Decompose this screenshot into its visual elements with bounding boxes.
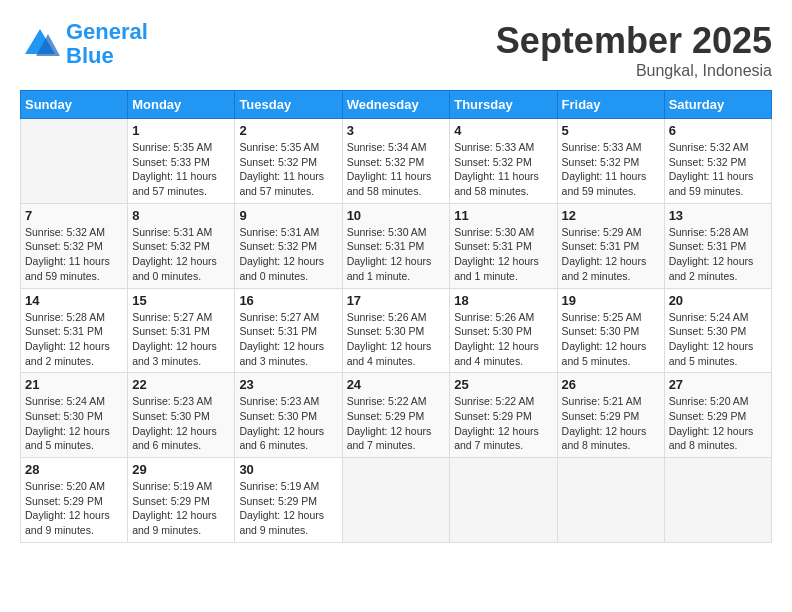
month-title: September 2025 — [496, 20, 772, 62]
calendar-cell: 16Sunrise: 5:27 AM Sunset: 5:31 PM Dayli… — [235, 288, 342, 373]
day-number: 7 — [25, 208, 123, 223]
calendar-cell: 7Sunrise: 5:32 AM Sunset: 5:32 PM Daylig… — [21, 203, 128, 288]
calendar-cell: 13Sunrise: 5:28 AM Sunset: 5:31 PM Dayli… — [664, 203, 771, 288]
title-block: September 2025 Bungkal, Indonesia — [496, 20, 772, 80]
logo-blue: Blue — [66, 43, 114, 68]
day-number: 6 — [669, 123, 767, 138]
day-number: 22 — [132, 377, 230, 392]
calendar-cell — [664, 458, 771, 543]
calendar-cell: 26Sunrise: 5:21 AM Sunset: 5:29 PM Dayli… — [557, 373, 664, 458]
header-sunday: Sunday — [21, 91, 128, 119]
day-number: 18 — [454, 293, 552, 308]
day-number: 14 — [25, 293, 123, 308]
page-header: General Blue September 2025 Bungkal, Ind… — [20, 20, 772, 80]
day-number: 8 — [132, 208, 230, 223]
day-number: 16 — [239, 293, 337, 308]
calendar-week-row: 14Sunrise: 5:28 AM Sunset: 5:31 PM Dayli… — [21, 288, 772, 373]
day-number: 26 — [562, 377, 660, 392]
day-info: Sunrise: 5:20 AM Sunset: 5:29 PM Dayligh… — [669, 394, 767, 453]
calendar-cell: 11Sunrise: 5:30 AM Sunset: 5:31 PM Dayli… — [450, 203, 557, 288]
header-monday: Monday — [128, 91, 235, 119]
calendar-table: SundayMondayTuesdayWednesdayThursdayFrid… — [20, 90, 772, 543]
day-number: 9 — [239, 208, 337, 223]
calendar-cell: 5Sunrise: 5:33 AM Sunset: 5:32 PM Daylig… — [557, 119, 664, 204]
calendar-cell: 2Sunrise: 5:35 AM Sunset: 5:32 PM Daylig… — [235, 119, 342, 204]
day-info: Sunrise: 5:20 AM Sunset: 5:29 PM Dayligh… — [25, 479, 123, 538]
location-subtitle: Bungkal, Indonesia — [496, 62, 772, 80]
calendar-cell: 8Sunrise: 5:31 AM Sunset: 5:32 PM Daylig… — [128, 203, 235, 288]
day-info: Sunrise: 5:19 AM Sunset: 5:29 PM Dayligh… — [239, 479, 337, 538]
day-number: 1 — [132, 123, 230, 138]
calendar-cell: 21Sunrise: 5:24 AM Sunset: 5:30 PM Dayli… — [21, 373, 128, 458]
logo: General Blue — [20, 20, 148, 68]
day-info: Sunrise: 5:24 AM Sunset: 5:30 PM Dayligh… — [25, 394, 123, 453]
day-info: Sunrise: 5:24 AM Sunset: 5:30 PM Dayligh… — [669, 310, 767, 369]
calendar-cell: 1Sunrise: 5:35 AM Sunset: 5:33 PM Daylig… — [128, 119, 235, 204]
day-info: Sunrise: 5:26 AM Sunset: 5:30 PM Dayligh… — [347, 310, 446, 369]
logo-text: General Blue — [66, 20, 148, 68]
day-info: Sunrise: 5:26 AM Sunset: 5:30 PM Dayligh… — [454, 310, 552, 369]
day-number: 12 — [562, 208, 660, 223]
calendar-cell: 15Sunrise: 5:27 AM Sunset: 5:31 PM Dayli… — [128, 288, 235, 373]
day-info: Sunrise: 5:19 AM Sunset: 5:29 PM Dayligh… — [132, 479, 230, 538]
calendar-header-row: SundayMondayTuesdayWednesdayThursdayFrid… — [21, 91, 772, 119]
day-number: 21 — [25, 377, 123, 392]
calendar-cell: 18Sunrise: 5:26 AM Sunset: 5:30 PM Dayli… — [450, 288, 557, 373]
calendar-week-row: 28Sunrise: 5:20 AM Sunset: 5:29 PM Dayli… — [21, 458, 772, 543]
calendar-cell: 29Sunrise: 5:19 AM Sunset: 5:29 PM Dayli… — [128, 458, 235, 543]
day-number: 5 — [562, 123, 660, 138]
day-number: 2 — [239, 123, 337, 138]
day-info: Sunrise: 5:28 AM Sunset: 5:31 PM Dayligh… — [25, 310, 123, 369]
day-info: Sunrise: 5:31 AM Sunset: 5:32 PM Dayligh… — [132, 225, 230, 284]
day-info: Sunrise: 5:27 AM Sunset: 5:31 PM Dayligh… — [239, 310, 337, 369]
day-info: Sunrise: 5:22 AM Sunset: 5:29 PM Dayligh… — [454, 394, 552, 453]
day-info: Sunrise: 5:32 AM Sunset: 5:32 PM Dayligh… — [25, 225, 123, 284]
calendar-cell: 12Sunrise: 5:29 AM Sunset: 5:31 PM Dayli… — [557, 203, 664, 288]
calendar-cell: 19Sunrise: 5:25 AM Sunset: 5:30 PM Dayli… — [557, 288, 664, 373]
day-number: 24 — [347, 377, 446, 392]
day-info: Sunrise: 5:28 AM Sunset: 5:31 PM Dayligh… — [669, 225, 767, 284]
calendar-cell — [450, 458, 557, 543]
day-number: 23 — [239, 377, 337, 392]
calendar-cell: 25Sunrise: 5:22 AM Sunset: 5:29 PM Dayli… — [450, 373, 557, 458]
header-wednesday: Wednesday — [342, 91, 450, 119]
day-number: 10 — [347, 208, 446, 223]
calendar-cell: 22Sunrise: 5:23 AM Sunset: 5:30 PM Dayli… — [128, 373, 235, 458]
calendar-cell: 3Sunrise: 5:34 AM Sunset: 5:32 PM Daylig… — [342, 119, 450, 204]
day-number: 15 — [132, 293, 230, 308]
day-info: Sunrise: 5:33 AM Sunset: 5:32 PM Dayligh… — [562, 140, 660, 199]
calendar-cell: 10Sunrise: 5:30 AM Sunset: 5:31 PM Dayli… — [342, 203, 450, 288]
calendar-cell: 24Sunrise: 5:22 AM Sunset: 5:29 PM Dayli… — [342, 373, 450, 458]
header-thursday: Thursday — [450, 91, 557, 119]
day-number: 28 — [25, 462, 123, 477]
day-info: Sunrise: 5:33 AM Sunset: 5:32 PM Dayligh… — [454, 140, 552, 199]
day-info: Sunrise: 5:30 AM Sunset: 5:31 PM Dayligh… — [454, 225, 552, 284]
calendar-cell: 27Sunrise: 5:20 AM Sunset: 5:29 PM Dayli… — [664, 373, 771, 458]
calendar-week-row: 1Sunrise: 5:35 AM Sunset: 5:33 PM Daylig… — [21, 119, 772, 204]
calendar-week-row: 7Sunrise: 5:32 AM Sunset: 5:32 PM Daylig… — [21, 203, 772, 288]
calendar-cell: 9Sunrise: 5:31 AM Sunset: 5:32 PM Daylig… — [235, 203, 342, 288]
calendar-cell: 28Sunrise: 5:20 AM Sunset: 5:29 PM Dayli… — [21, 458, 128, 543]
day-info: Sunrise: 5:21 AM Sunset: 5:29 PM Dayligh… — [562, 394, 660, 453]
header-tuesday: Tuesday — [235, 91, 342, 119]
header-friday: Friday — [557, 91, 664, 119]
day-number: 11 — [454, 208, 552, 223]
day-number: 27 — [669, 377, 767, 392]
calendar-cell: 6Sunrise: 5:32 AM Sunset: 5:32 PM Daylig… — [664, 119, 771, 204]
calendar-cell: 30Sunrise: 5:19 AM Sunset: 5:29 PM Dayli… — [235, 458, 342, 543]
day-number: 13 — [669, 208, 767, 223]
day-number: 20 — [669, 293, 767, 308]
day-info: Sunrise: 5:23 AM Sunset: 5:30 PM Dayligh… — [239, 394, 337, 453]
logo-general: General — [66, 19, 148, 44]
day-info: Sunrise: 5:23 AM Sunset: 5:30 PM Dayligh… — [132, 394, 230, 453]
calendar-cell: 4Sunrise: 5:33 AM Sunset: 5:32 PM Daylig… — [450, 119, 557, 204]
day-number: 30 — [239, 462, 337, 477]
day-number: 25 — [454, 377, 552, 392]
day-number: 19 — [562, 293, 660, 308]
day-info: Sunrise: 5:30 AM Sunset: 5:31 PM Dayligh… — [347, 225, 446, 284]
day-info: Sunrise: 5:22 AM Sunset: 5:29 PM Dayligh… — [347, 394, 446, 453]
calendar-week-row: 21Sunrise: 5:24 AM Sunset: 5:30 PM Dayli… — [21, 373, 772, 458]
calendar-cell: 17Sunrise: 5:26 AM Sunset: 5:30 PM Dayli… — [342, 288, 450, 373]
day-info: Sunrise: 5:25 AM Sunset: 5:30 PM Dayligh… — [562, 310, 660, 369]
day-number: 17 — [347, 293, 446, 308]
